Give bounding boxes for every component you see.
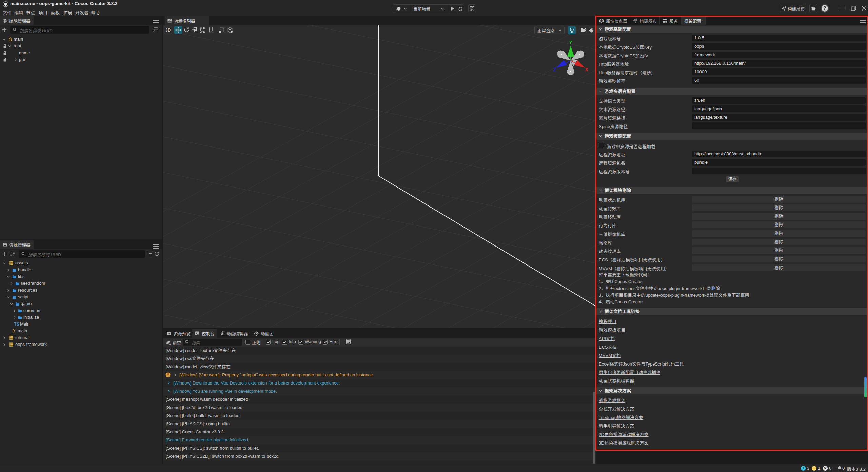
svg-text:Z: Z xyxy=(553,67,556,72)
svg-text:X: X xyxy=(585,67,588,72)
svg-text:Y: Y xyxy=(569,40,572,45)
